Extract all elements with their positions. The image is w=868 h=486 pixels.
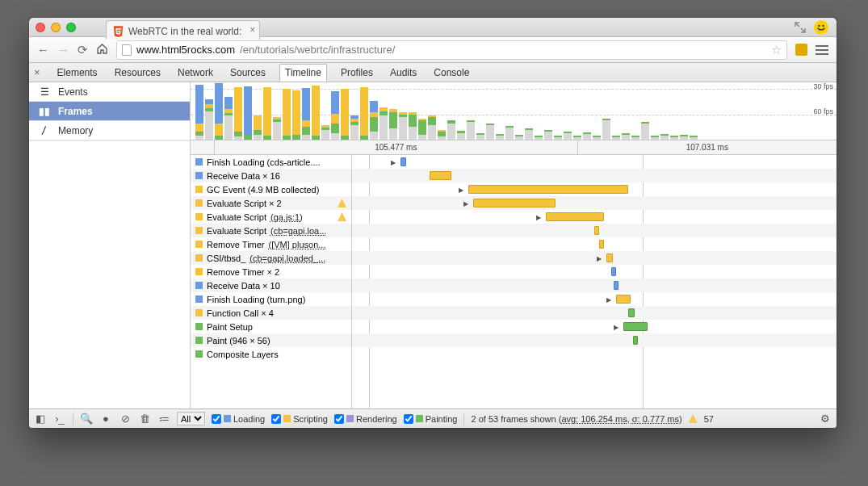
devtools-tab-elements[interactable]: Elements xyxy=(54,64,101,82)
loading-checkbox[interactable]: Loading xyxy=(212,414,265,424)
record-labels: Finish Loading (cds-article....Receive D… xyxy=(191,155,352,408)
browser-window: WebRTC in the real world: × ← → ⟳ www.ht… xyxy=(29,18,837,428)
dock-icon[interactable]: ◧ xyxy=(34,413,47,425)
rendering-checkbox[interactable]: Rendering xyxy=(334,414,397,424)
record-row[interactable]: Remove Timer ([VM] pluson... xyxy=(191,237,351,251)
svg-point-0 xyxy=(818,25,820,27)
time-ruler: 105.477 ms 107.031 ms xyxy=(191,140,837,155)
tab-title: WebRTC in the real world: xyxy=(128,26,241,37)
fps-60-label: 60 fps xyxy=(813,107,833,115)
menu-button[interactable] xyxy=(816,45,828,55)
record-flame: ▶▶▶▶▶▶▶ xyxy=(352,155,837,408)
record-row[interactable]: Evaluate Script × 2 xyxy=(191,196,351,210)
timeline-main: 30 fps 60 fps 105.477 ms 107.031 ms Fini… xyxy=(191,82,837,408)
devtools-tab-audits[interactable]: Audits xyxy=(387,64,420,82)
record-row[interactable]: CSI/tbsd_ (cb=gapi.loaded_... xyxy=(191,251,351,265)
bookmark-star-icon[interactable]: ☆ xyxy=(771,43,782,57)
timeline-sidepane: ☰ Events ▮▮ Frames 〳 Memory xyxy=(29,82,191,408)
url-path: /en/tutorials/webrtc/infrastructure/ xyxy=(240,44,395,56)
record-row[interactable]: Finish Loading (turn.png) xyxy=(191,292,351,306)
minimize-window-button[interactable] xyxy=(51,23,61,32)
devtools-body: ☰ Events ▮▮ Frames 〳 Memory 30 fps 60 fp… xyxy=(29,82,837,408)
trash-icon[interactable]: 🗑 xyxy=(138,413,151,425)
record-row[interactable]: Paint Setup xyxy=(191,320,351,333)
records-pane[interactable]: Finish Loading (cds-article....Receive D… xyxy=(191,155,837,408)
close-tab-icon[interactable]: × xyxy=(249,24,255,36)
expand-icon[interactable] xyxy=(795,22,806,33)
record-row[interactable]: Paint (946 × 56) xyxy=(191,333,351,347)
devtools-tab-profiles[interactable]: Profiles xyxy=(338,64,376,82)
record-row[interactable]: Evaluate Script (ga.js:1) xyxy=(191,210,351,224)
url-toolbar: ← → ⟳ www.html5rocks.com/en/tutorials/we… xyxy=(29,37,837,63)
memory-icon: 〳 xyxy=(37,125,52,136)
url-input[interactable]: www.html5rocks.com/en/tutorials/webrtc/i… xyxy=(116,40,787,60)
scripting-checkbox[interactable]: Scripting xyxy=(271,414,328,424)
fps-30-label: 30 fps xyxy=(813,82,833,90)
side-item-frames[interactable]: ▮▮ Frames xyxy=(29,102,190,121)
back-button[interactable]: ← xyxy=(37,43,49,57)
forward-button[interactable]: → xyxy=(57,43,69,57)
svg-point-1 xyxy=(822,25,824,27)
painting-checkbox[interactable]: Painting xyxy=(404,414,458,424)
traffic-lights xyxy=(36,23,76,32)
html5-icon xyxy=(113,26,124,38)
devtools-tabstrip: × ElementsResourcesNetworkSourcesTimelin… xyxy=(29,63,837,82)
warning-count: 57 xyxy=(704,414,714,424)
devtools-tab-timeline[interactable]: Timeline xyxy=(279,64,327,82)
emoji-avatar-icon[interactable] xyxy=(814,20,828,35)
ruler-frame-a: 105.477 ms xyxy=(215,140,578,154)
frames-overview-chart[interactable]: 30 fps 60 fps xyxy=(191,82,837,140)
settings-gear-icon[interactable]: ⚙ xyxy=(819,413,832,425)
home-button[interactable] xyxy=(96,43,108,57)
warning-icon xyxy=(689,414,698,423)
close-devtools-icon[interactable]: × xyxy=(34,66,40,78)
record-row[interactable]: Finish Loading (cds-article.... xyxy=(191,155,351,169)
record-row[interactable]: Composite Layers xyxy=(191,347,351,361)
overview-bars xyxy=(195,82,803,140)
filter-select[interactable]: All xyxy=(177,412,205,425)
titlebar: WebRTC in the real world: × xyxy=(29,18,837,37)
frames-icon: ▮▮ xyxy=(37,106,52,117)
record-icon[interactable]: ● xyxy=(99,413,112,425)
zoom-window-button[interactable] xyxy=(66,23,76,32)
search-icon[interactable]: 🔍 xyxy=(80,413,93,425)
close-window-button[interactable] xyxy=(36,23,45,32)
console-toggle-icon[interactable]: ›_ xyxy=(53,413,66,425)
record-row[interactable]: Receive Data × 16 xyxy=(191,169,351,182)
devtools-tab-network[interactable]: Network xyxy=(174,64,216,82)
record-row[interactable]: Function Call × 4 xyxy=(191,306,351,320)
devtools-tab-console[interactable]: Console xyxy=(430,64,472,82)
events-icon: ☰ xyxy=(37,86,52,98)
record-row[interactable]: Evaluate Script (cb=gapi.loa... xyxy=(191,224,351,237)
side-item-events[interactable]: ☰ Events xyxy=(29,82,190,102)
record-row[interactable]: GC Event (4.9 MB collected) xyxy=(191,182,351,196)
url-host: www.html5rocks.com xyxy=(136,44,235,56)
filter-icon[interactable]: ≔ xyxy=(157,413,170,425)
side-item-memory[interactable]: 〳 Memory xyxy=(29,121,190,140)
devtools-tab-sources[interactable]: Sources xyxy=(227,64,269,82)
reload-button[interactable]: ⟳ xyxy=(78,43,88,57)
page-icon xyxy=(122,44,132,56)
devtools-tab-resources[interactable]: Resources xyxy=(111,64,164,82)
record-row[interactable]: Remove Timer × 2 xyxy=(191,265,351,279)
extension-icon[interactable] xyxy=(795,44,807,56)
record-row[interactable]: Receive Data × 10 xyxy=(191,279,351,292)
frame-summary: 2 of 53 frames shown (avg: 106.254 ms, σ… xyxy=(471,414,681,424)
browser-tab[interactable]: WebRTC in the real world: × xyxy=(106,20,260,40)
status-bar: ◧ ›_ 🔍 ● ⊘ 🗑 ≔ All Loading Scripting Ren… xyxy=(29,408,837,428)
ruler-frame-b: 107.031 ms xyxy=(578,140,837,154)
clear-icon[interactable]: ⊘ xyxy=(119,413,132,425)
